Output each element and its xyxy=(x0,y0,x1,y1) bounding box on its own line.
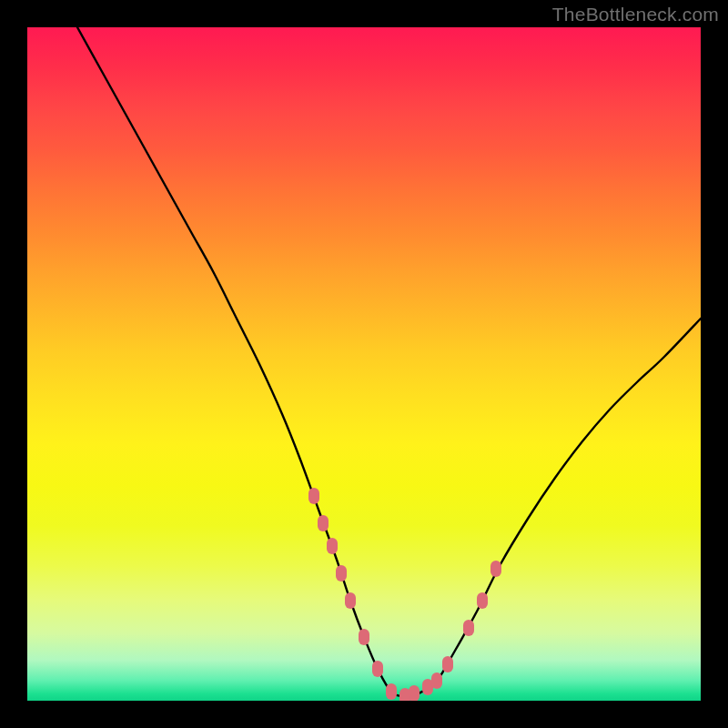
bottleneck-curve xyxy=(77,27,701,696)
sample-point xyxy=(372,661,383,677)
sample-point xyxy=(327,538,338,554)
sample-point xyxy=(442,656,453,672)
sample-point xyxy=(308,488,319,504)
sample-point xyxy=(345,592,356,609)
sample-point xyxy=(318,515,329,531)
sample-point xyxy=(359,629,369,645)
sample-point xyxy=(386,683,397,700)
plot-area xyxy=(27,27,701,701)
sample-point xyxy=(490,561,501,577)
sample-points-group xyxy=(308,488,501,701)
sample-point xyxy=(409,685,420,701)
sample-point xyxy=(431,672,442,689)
sample-point xyxy=(463,620,474,636)
sample-point xyxy=(477,592,488,609)
curve-svg xyxy=(27,27,701,701)
sample-point xyxy=(336,565,347,581)
attribution-label: TheBottleneck.com xyxy=(552,4,719,25)
chart-frame: TheBottleneck.com xyxy=(0,0,728,728)
